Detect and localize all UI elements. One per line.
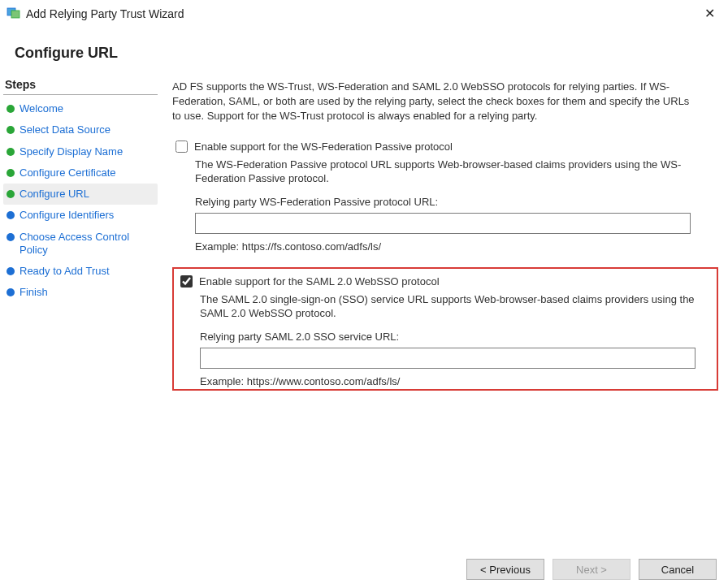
saml-url-input[interactable] [200,348,696,369]
next-button[interactable]: Next > [552,559,630,580]
saml-checkbox-label[interactable]: Enable support for the SAML 2.0 WebSSO p… [199,275,440,288]
step-label: Ready to Add Trust [20,265,110,278]
step-label: Select Data Source [20,123,110,136]
step-bullet-icon [6,211,15,219]
step-bullet-icon [6,233,15,241]
wsfed-checkbox[interactable] [176,141,188,153]
step-label: Choose Access Control Policy [20,231,154,257]
page-title: Configure URL [15,45,713,62]
steps-header: Steps [3,75,158,95]
step-specify-display-name[interactable]: Specify Display Name [3,141,158,162]
step-finish[interactable]: Finish [3,282,158,303]
step-bullet-icon [6,105,15,113]
step-welcome[interactable]: Welcome [3,98,158,119]
previous-button[interactable]: < Previous [466,559,544,580]
step-bullet-icon [6,267,15,275]
step-bullet-icon [6,190,15,198]
steps-sidebar: Steps Welcome Select Data Source Specify… [0,75,161,396]
saml-description: The SAML 2.0 single-sign-on (SSO) servic… [200,292,704,321]
saml-section: Enable support for the SAML 2.0 WebSSO p… [179,274,712,387]
step-choose-access-control[interactable]: Choose Access Control Policy [3,227,158,262]
step-configure-certificate[interactable]: Configure Certificate [3,162,158,184]
wsfed-check-row: Enable support for the WS-Federation Pas… [176,141,715,153]
step-ready-to-add-trust[interactable]: Ready to Add Trust [3,261,158,282]
saml-check-row: Enable support for the SAML 2.0 WebSSO p… [180,275,710,288]
step-label: Configure URL [20,188,89,201]
wizard-icon [6,5,21,22]
step-label: Welcome [20,102,63,115]
step-select-data-source[interactable]: Select Data Source [3,119,158,141]
step-bullet-icon [6,288,15,296]
window-title: Add Relying Party Trust Wizard [26,7,184,20]
step-label: Configure Certificate [20,166,116,179]
step-configure-identifiers[interactable]: Configure Identifiers [3,205,158,226]
step-bullet-icon [6,126,15,134]
intro-text: AD FS supports the WS-Trust, WS-Federati… [172,80,700,124]
saml-example: Example: https://www.contoso.com/adfs/ls… [200,375,710,387]
close-icon[interactable]: ✕ [700,6,720,21]
wsfed-checkbox-label[interactable]: Enable support for the WS-Federation Pas… [194,141,453,153]
wsfed-url-label: Relying party WS-Federation Passive prot… [195,196,715,208]
saml-checkbox[interactable] [180,275,193,288]
step-configure-url[interactable]: Configure URL [3,184,158,205]
wsfed-description: The WS-Federation Passive protocol URL s… [195,158,699,186]
saml-highlight-box: Enable support for the SAML 2.0 WebSSO p… [172,267,718,391]
svg-rect-1 [11,11,20,18]
step-label: Specify Display Name [20,145,123,158]
step-label: Configure Identifiers [20,209,114,222]
titlebar-left: Add Relying Party Trust Wizard [6,5,184,22]
titlebar: Add Relying Party Trust Wizard ✕ [0,0,728,27]
wizard-header: Configure URL [0,27,728,75]
saml-url-label: Relying party SAML 2.0 SSO service URL: [200,331,710,343]
wizard-button-bar: < Previous Next > Cancel [466,559,717,580]
wsfed-section: Enable support for the WS-Federation Pas… [172,137,718,261]
step-bullet-icon [6,169,15,177]
wsfed-url-input[interactable] [195,213,691,234]
main-panel: AD FS supports the WS-Trust, WS-Federati… [161,75,728,396]
cancel-button[interactable]: Cancel [639,559,717,580]
step-bullet-icon [6,148,15,156]
wizard-body: Steps Welcome Select Data Source Specify… [0,75,728,396]
wsfed-example: Example: https://fs.contoso.com/adfs/ls/ [195,240,715,253]
step-label: Finish [20,286,48,299]
